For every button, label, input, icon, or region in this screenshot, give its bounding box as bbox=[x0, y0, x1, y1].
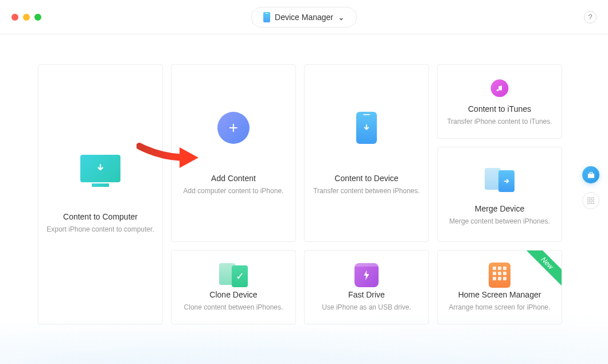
plus-icon: + bbox=[216, 111, 251, 145]
device-manager-dropdown[interactable]: Device Manager ⌄ bbox=[251, 7, 357, 28]
svg-rect-3 bbox=[588, 201, 590, 203]
fast-drive-card[interactable]: Fast Drive Use iPhone as an USB drive. bbox=[304, 250, 429, 324]
card-desc: Arrange home screen for iPhone. bbox=[449, 303, 551, 312]
content-to-device-card[interactable]: Content to Device Transfer content betwe… bbox=[304, 64, 429, 242]
card-title: Content to Device bbox=[334, 174, 398, 183]
card-title: Fast Drive bbox=[348, 290, 385, 299]
card-title: Merge Device bbox=[475, 204, 524, 213]
card-title: Content to Computer bbox=[63, 212, 138, 221]
side-nav bbox=[582, 166, 599, 209]
minimize-window-button[interactable] bbox=[23, 14, 30, 21]
svg-rect-2 bbox=[591, 198, 594, 200]
card-grid: Content to Computer Export iPhone conten… bbox=[38, 64, 570, 324]
phone-download-icon bbox=[349, 111, 384, 145]
merge-icon bbox=[482, 163, 517, 197]
home-screen-manager-card[interactable]: Home Screen Manager Arrange home screen … bbox=[437, 250, 562, 324]
content-to-itunes-card[interactable]: Content to iTunes Transfer iPhone conten… bbox=[437, 64, 562, 139]
card-title: Clone Device bbox=[209, 290, 257, 299]
svg-rect-1 bbox=[588, 198, 590, 200]
help-button[interactable]: ? bbox=[584, 11, 597, 24]
svg-rect-0 bbox=[587, 174, 594, 178]
chevron-down-icon: ⌄ bbox=[338, 13, 345, 22]
arrow-annotation bbox=[137, 140, 200, 177]
phone-icon bbox=[263, 12, 270, 22]
dropdown-label: Device Manager bbox=[275, 13, 333, 22]
card-desc: Export iPhone content to computer. bbox=[46, 225, 154, 234]
main-content: Content to Computer Export iPhone conten… bbox=[0, 34, 608, 324]
card-desc: Clone content between iPhones. bbox=[184, 303, 283, 312]
music-icon bbox=[488, 77, 512, 99]
card-desc: Transfer content between iPhones. bbox=[313, 186, 420, 196]
content-to-computer-card[interactable]: Content to Computer Export iPhone conten… bbox=[38, 64, 163, 324]
card-title: Content to iTunes bbox=[468, 104, 531, 113]
monitor-download-icon bbox=[80, 155, 120, 182]
maximize-window-button[interactable] bbox=[34, 14, 41, 21]
clone-icon: ✓ bbox=[216, 262, 251, 288]
drive-icon bbox=[349, 262, 384, 288]
side-btn-toolbox[interactable] bbox=[582, 166, 599, 183]
window-controls bbox=[11, 14, 41, 21]
clone-device-card[interactable]: ✓ Clone Device Clone content between iPh… bbox=[171, 250, 296, 324]
card-desc: Transfer iPhone content to iTunes. bbox=[447, 117, 552, 127]
close-window-button[interactable] bbox=[11, 14, 18, 21]
titlebar: Device Manager ⌄ ? bbox=[0, 0, 608, 34]
home-screen-icon bbox=[482, 262, 517, 288]
new-badge bbox=[521, 251, 562, 291]
card-desc: Use iPhone as an USB drive. bbox=[322, 303, 411, 312]
merge-device-card[interactable]: Merge Device Merge content between iPhon… bbox=[437, 147, 562, 242]
card-desc: Add computer content to iPhone. bbox=[184, 186, 284, 196]
card-title: Home Screen Manager bbox=[458, 290, 541, 299]
side-btn-grid[interactable] bbox=[582, 192, 599, 209]
svg-rect-4 bbox=[591, 201, 594, 203]
card-desc: Merge content between iPhones. bbox=[449, 217, 549, 226]
card-title: Add Content bbox=[211, 174, 256, 183]
